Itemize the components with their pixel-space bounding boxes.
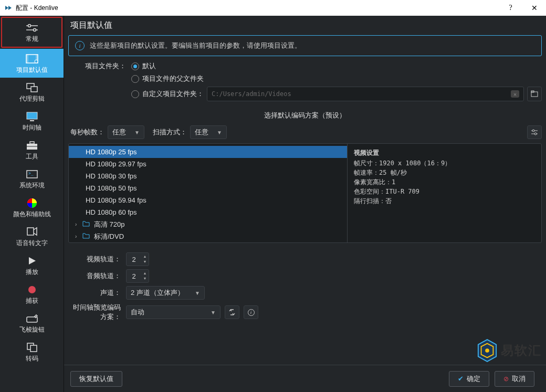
- chevron-down-icon: ▼: [195, 290, 200, 296]
- folder-icon: [82, 220, 92, 228]
- toolbox-icon: [25, 140, 39, 151]
- preset-settings-button[interactable]: [527, 125, 542, 139]
- cancel-icon: ⊘: [503, 375, 509, 383]
- radio-default-label[interactable]: 默认: [142, 61, 156, 71]
- svg-rect-13: [30, 142, 34, 144]
- preset-item[interactable]: HD 1080p 30 fps: [69, 170, 347, 182]
- preset-tree[interactable]: HD 1080p 25 fps HD 1080p 29.97 fps HD 10…: [69, 144, 347, 242]
- chevron-down-icon: ▼: [134, 130, 140, 135]
- radio-parent-folder[interactable]: [131, 75, 139, 83]
- help-button[interactable]: ?: [499, 0, 522, 16]
- svg-point-29: [485, 348, 489, 353]
- preset-item[interactable]: HD 1080p 50 fps: [69, 182, 347, 194]
- radio-custom-folder[interactable]: [131, 90, 139, 98]
- chevron-down-icon[interactable]: ▼: [141, 259, 149, 264]
- info-text: 这些是新项目的默认设置。要编辑当前项目的参数，请使用项目设置。: [90, 41, 301, 50]
- scan-select[interactable]: 任意▼: [190, 125, 227, 139]
- svg-rect-5: [26, 55, 28, 63]
- preset-item[interactable]: HD 1080p 60 fps: [69, 206, 347, 218]
- preset-item[interactable]: HD 1080p 29.97 fps: [69, 158, 347, 170]
- preview-profile-label: 时间轴预览编码方案：: [68, 303, 126, 322]
- svg-rect-22: [30, 345, 37, 352]
- preview-info-button[interactable]: i: [244, 305, 258, 319]
- svg-point-26: [532, 130, 534, 132]
- chevron-right-icon: ›: [75, 221, 82, 227]
- sidebar-item-general[interactable]: 常规: [1, 17, 62, 48]
- radio-parent-label[interactable]: 项目文件的父文件夹: [142, 74, 204, 83]
- svg-point-1: [28, 25, 30, 27]
- preset-group[interactable]: › 高清 720p: [69, 218, 347, 230]
- film-icon: [25, 53, 39, 65]
- color-wheel-icon: [25, 197, 39, 209]
- close-button[interactable]: ✕: [522, 0, 546, 16]
- info-banner: i 这些是新项目的默认设置。要编辑当前项目的参数，请使用项目设置。: [68, 35, 542, 56]
- restore-defaults-button[interactable]: 恢复默认值: [70, 371, 122, 387]
- preset-info-panel: 视频设置 帧尺寸：1920 x 1080（16：9） 帧速率：25 帧/秒 像素…: [347, 144, 541, 242]
- speech-icon: [25, 226, 39, 238]
- channels-label: 声道：: [68, 288, 126, 298]
- sidebar-item-speech[interactable]: 语音转文字: [0, 222, 64, 251]
- sidebar-item-proxy[interactable]: 代理剪辑: [0, 78, 64, 107]
- video-settings-title: 视频设置: [354, 148, 535, 157]
- radio-default-folder[interactable]: [131, 62, 139, 70]
- content-area: 项目默认值 i 这些是新项目的默认设置。要编辑当前项目的参数，请使用项目设置。 …: [64, 16, 546, 392]
- monitor-icon: [25, 111, 39, 122]
- preset-group[interactable]: › 标清/DVD: [69, 230, 347, 242]
- preview-profile-select[interactable]: 自动▼: [126, 305, 220, 319]
- sidebar-item-jog-shuttle[interactable]: 飞梭旋钮: [0, 309, 64, 337]
- watermark-text: 易软汇: [501, 342, 542, 359]
- fps-label: 每秒帧数：: [70, 128, 104, 137]
- chevron-down-icon: ▼: [211, 310, 216, 315]
- svg-text:>_: >_: [28, 171, 34, 176]
- video-tracks-spinner[interactable]: 2 ▲▼: [126, 252, 149, 266]
- sidebar-item-tools[interactable]: 工具: [0, 135, 64, 164]
- play-icon: [25, 255, 39, 267]
- sidebar-item-colors[interactable]: 颜色和辅助线: [0, 193, 64, 222]
- folder-label: 项目文件夹：: [68, 61, 131, 71]
- svg-point-3: [33, 29, 36, 31]
- audio-tracks-spinner[interactable]: 2 ▲▼: [126, 269, 149, 283]
- info-icon: i: [75, 41, 85, 50]
- chevron-up-icon[interactable]: ▲: [141, 254, 149, 259]
- svg-rect-18: [27, 228, 34, 235]
- clear-path-icon[interactable]: ✕: [511, 90, 519, 98]
- chevron-up-icon[interactable]: ▲: [141, 271, 149, 276]
- copy-icon: [25, 342, 39, 353]
- scan-label: 扫描方式：: [153, 128, 187, 137]
- sidebar-item-transcode[interactable]: 转码: [0, 337, 64, 366]
- dialog-footer: 恢复默认值 ✔ 确定 ⊘ 取消: [64, 365, 546, 392]
- cancel-button[interactable]: ⊘ 取消: [495, 371, 534, 387]
- sidebar-item-capture[interactable]: 捕获: [0, 280, 64, 309]
- chevron-down-icon: ▼: [217, 130, 222, 135]
- watermark: 易软汇: [477, 338, 542, 363]
- fps-select[interactable]: 任意▼: [108, 125, 144, 139]
- page-title: 项目默认值: [68, 19, 542, 35]
- sidebar-item-playback[interactable]: 播放: [0, 251, 64, 280]
- window-title: 配置 - Kdenlive: [16, 4, 499, 13]
- sidebar-item-timeline[interactable]: 时间轴: [0, 107, 64, 135]
- svg-rect-10: [27, 112, 37, 119]
- svg-point-19: [28, 286, 36, 293]
- preview-refresh-button[interactable]: [225, 305, 239, 319]
- watermark-logo-icon: [477, 338, 498, 363]
- video-tracks-label: 视频轨道：: [68, 255, 126, 264]
- sidebar-item-environment[interactable]: >_ 系统环境: [0, 164, 64, 193]
- channels-select[interactable]: 2 声道（立体声）▼: [126, 286, 205, 300]
- preset-item[interactable]: HD 1080p 59.94 fps: [69, 194, 347, 206]
- radio-custom-label[interactable]: 自定义项目文件夹：: [142, 89, 204, 99]
- custom-folder-input[interactable]: C:/Users/admin/Videos ✕: [207, 87, 524, 101]
- ok-button[interactable]: ✔ 确定: [449, 371, 489, 387]
- sliders-icon: [25, 22, 39, 34]
- browse-folder-button[interactable]: [527, 87, 542, 101]
- preset-item[interactable]: HD 1080p 25 fps: [69, 146, 347, 158]
- shuttle-icon: [25, 313, 39, 324]
- chevron-down-icon[interactable]: ▼: [141, 276, 149, 281]
- sidebar-item-project-defaults[interactable]: 项目默认值: [0, 49, 64, 78]
- audio-tracks-label: 音频轨道：: [68, 271, 126, 281]
- svg-point-28: [534, 133, 537, 135]
- proxy-icon: [25, 82, 39, 93]
- preset-browser: HD 1080p 25 fps HD 1080p 29.97 fps HD 10…: [68, 143, 542, 243]
- app-icon: [4, 4, 13, 12]
- titlebar: 配置 - Kdenlive ? ✕: [0, 0, 546, 16]
- folder-icon: [82, 232, 92, 240]
